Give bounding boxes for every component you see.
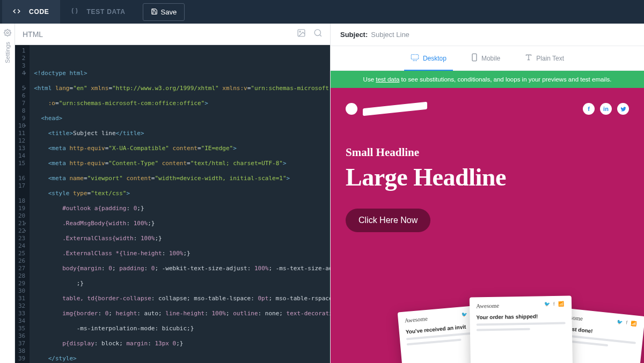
email-cta-button[interactable]: Click Here Now	[346, 209, 430, 232]
email-logo	[346, 103, 427, 115]
code-content[interactable]: <!doctype html> <html lang="en" xmlns="h…	[30, 45, 330, 363]
social-icons: f in	[583, 103, 629, 115]
editor-title: HTML	[23, 30, 43, 39]
code-editor[interactable]: 1234567891011121314151617181920212223242…	[15, 45, 330, 363]
email-large-headline: Large Headline	[346, 165, 629, 190]
code-icon	[13, 8, 25, 16]
tab-mobile[interactable]: Mobile	[468, 46, 503, 70]
tab-desktop-label: Desktop	[423, 55, 447, 62]
banner-link[interactable]: test data	[376, 76, 399, 83]
email-preview: f in Small Headline Large Headline Click…	[331, 88, 644, 363]
tab-plain-label: Plain Text	[536, 55, 564, 62]
line-gutter: 1234567891011121314151617181920212223242…	[15, 45, 30, 363]
image-icon[interactable]	[297, 28, 306, 40]
tab-code-label: CODE	[29, 9, 49, 15]
card-2: Awesome🐦 f 📶 Your order has shipped!	[470, 295, 573, 363]
svg-point-3	[314, 29, 320, 35]
editor-header: HTML	[15, 24, 330, 45]
email-small-headline: Small Headline	[346, 146, 629, 159]
tab-desktop[interactable]: Desktop	[407, 46, 450, 70]
svg-rect-7	[472, 54, 477, 61]
email-cards: Awesome🐦 f 📶 You've received an invit Aw…	[400, 293, 639, 363]
preview-view-tabs: Desktop Mobile Plain Text	[331, 46, 644, 71]
save-label: Save	[161, 9, 177, 16]
text-icon	[525, 54, 532, 63]
subject-label: Subject:	[340, 31, 368, 39]
mobile-icon	[471, 53, 478, 63]
topbar: CODE TEST DATA Save	[0, 0, 644, 24]
svg-rect-5	[411, 55, 418, 60]
svg-point-2	[299, 31, 301, 32]
tab-test-data-label: TEST DATA	[87, 9, 126, 15]
search-icon[interactable]	[313, 28, 323, 40]
preview-pane: Subject: Subject Line Desktop Mobile	[331, 24, 644, 363]
facebook-icon[interactable]: f	[583, 103, 595, 115]
svg-line-4	[320, 35, 321, 36]
subject-value: Subject Line	[371, 31, 409, 39]
settings-rail[interactable]: Settings	[0, 24, 15, 363]
tab-mobile-label: Mobile	[481, 55, 500, 62]
save-button[interactable]: Save	[143, 3, 185, 21]
desktop-icon	[411, 54, 419, 63]
settings-label: Settings	[4, 42, 11, 63]
editor-pane: HTML 12345678910111213141516171819202122…	[15, 24, 331, 363]
tab-code[interactable]: CODE	[2, 0, 60, 24]
subject-row: Subject: Subject Line	[331, 24, 644, 46]
preview-banner: Use test data to see substitutions, cond…	[331, 71, 644, 88]
tab-plain-text[interactable]: Plain Text	[522, 46, 567, 70]
twitter-icon[interactable]	[617, 103, 629, 115]
svg-point-0	[6, 32, 9, 34]
braces-icon	[71, 8, 83, 16]
save-icon	[151, 8, 158, 16]
tab-test-data[interactable]: TEST DATA	[60, 0, 136, 24]
gear-icon	[4, 29, 11, 39]
linkedin-icon[interactable]: in	[600, 103, 612, 115]
